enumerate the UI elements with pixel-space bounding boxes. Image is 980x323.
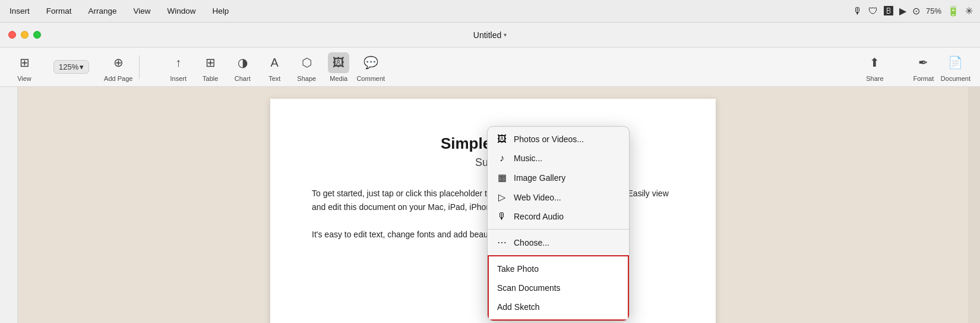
menu-bar-right: 🎙 🛡 🅱 ▶ ⊙ 75% 🔋 ✳ — [853, 5, 973, 17]
app-window: Untitled ▾ ⊞ View 125% ▾ ⊕ Add Page — [0, 23, 980, 323]
toolbar-format[interactable]: ✒ Format — [909, 52, 938, 82]
close-button[interactable] — [8, 31, 16, 39]
menu-item-photos-videos[interactable]: 🖼 Photos or Videos... — [488, 130, 629, 149]
insert-label: Insert — [170, 75, 186, 82]
document-area: Simple Report Subtitle To get started, j… — [18, 87, 968, 323]
main-area: Simple Report Subtitle To get started, j… — [0, 87, 980, 323]
toolbar-view[interactable]: ⊞ View — [10, 52, 39, 82]
comment-icon: 💬 — [363, 55, 378, 70]
menu-item-choose-label: Choose... — [514, 238, 549, 247]
toolbar-share[interactable]: ⬆ Share — [860, 52, 890, 82]
insert-icon: ↑ — [175, 56, 181, 70]
record-audio-icon: 🎙 — [496, 211, 508, 222]
fullscreen-button[interactable] — [33, 31, 41, 39]
image-gallery-icon: ▦ — [496, 172, 508, 183]
toolbar-comment[interactable]: 💬 Comment — [356, 52, 385, 82]
toolbar-text[interactable]: A Text — [260, 52, 289, 82]
view-label: View — [17, 75, 31, 82]
menu-help[interactable]: Help — [210, 5, 232, 17]
document-title[interactable]: Untitled ▾ — [473, 30, 507, 40]
text-label: Text — [268, 75, 280, 82]
document-icon: 📄 — [948, 55, 963, 70]
toolbar-right-group: ⬆ Share ✒ Format 📄 Document — [860, 52, 970, 82]
music-icon: ♪ — [496, 153, 508, 164]
menu-item-web-video-label: Web Video... — [514, 193, 561, 202]
text-icon: A — [271, 56, 279, 70]
photos-icon: 🖼 — [496, 134, 508, 145]
toolbar-chart[interactable]: ◑ Chart — [227, 52, 257, 82]
shield-icon: 🛡 — [868, 6, 878, 17]
menu-arrange[interactable]: Arrange — [86, 5, 119, 17]
media-label: Media — [330, 75, 347, 82]
menu-item-add-sketch[interactable]: Add Sketch — [489, 297, 628, 316]
menu-item-take-photo-label: Take Photo — [497, 264, 539, 274]
menu-item-music-label: Music... — [514, 153, 542, 163]
sidebar-left — [0, 87, 18, 323]
document-title-text: Untitled — [473, 30, 501, 40]
add-page-label: Add Page — [104, 75, 132, 82]
menu-bar: Insert Format Arrange View Window Help 🎙… — [0, 0, 980, 23]
toolbar-left-group: ⊞ View 125% ▾ ⊕ Add Page — [10, 52, 133, 82]
menu-bar-left: Insert Format Arrange View Window Help — [7, 5, 853, 17]
microphone-icon: 🎙 — [853, 6, 862, 17]
share-label: Share — [866, 75, 883, 82]
menu-item-take-photo[interactable]: Take Photo — [489, 259, 628, 278]
toolbar-middle-group: ↑ Insert ⊞ Table ◑ Chart A Text — [163, 52, 385, 82]
menu-item-photos-videos-label: Photos or Videos... — [514, 134, 584, 144]
toolbar-table[interactable]: ⊞ Table — [195, 52, 225, 82]
toolbar-separator-1 — [139, 55, 140, 79]
menu-item-web-video[interactable]: ▷ Web Video... — [488, 187, 629, 207]
battery-icon: 🔋 — [947, 5, 959, 17]
toolbar-add-page[interactable]: ⊕ Add Page — [103, 52, 133, 82]
battery-info: 75% — [926, 7, 941, 15]
dropdown-section-2: ⋯ Choose... — [488, 229, 629, 255]
sidebar-right — [968, 87, 980, 323]
toolbar-document[interactable]: 📄 Document — [941, 52, 970, 82]
traffic-lights — [8, 31, 41, 39]
menu-format[interactable]: Format — [44, 5, 74, 17]
format-icon: ✒ — [918, 55, 928, 70]
menu-item-record-audio-label: Record Audio — [514, 212, 564, 221]
comment-label: Comment — [356, 75, 385, 82]
bluetooth-icon: ✳ — [965, 5, 973, 17]
share-icon: ⬆ — [870, 55, 880, 70]
shape-label: Shape — [297, 75, 316, 82]
add-page-icon: ⊕ — [113, 55, 124, 70]
menu-item-image-gallery-label: Image Gallery — [514, 173, 565, 183]
menu-item-image-gallery[interactable]: ▦ Image Gallery — [488, 168, 629, 187]
zoom-control[interactable]: 125% ▾ — [53, 60, 89, 74]
chart-icon: ◑ — [238, 55, 248, 70]
menu-view[interactable]: View — [131, 5, 153, 17]
zoom-value: 125% — [59, 62, 78, 71]
toolbar-insert[interactable]: ↑ Insert — [163, 52, 193, 82]
menu-insert[interactable]: Insert — [7, 5, 32, 17]
dropdown-section-1: 🖼 Photos or Videos... ♪ Music... ▦ Image… — [488, 127, 629, 229]
bold-icon: 🅱 — [884, 6, 893, 17]
menu-window[interactable]: Window — [165, 5, 198, 17]
minimize-button[interactable] — [21, 31, 29, 39]
choose-icon: ⋯ — [496, 237, 508, 248]
toolbar: ⊞ View 125% ▾ ⊕ Add Page ↑ — [0, 48, 980, 87]
shape-icon: ⬡ — [302, 55, 312, 70]
table-icon: ⊞ — [206, 55, 216, 70]
dropdown-section-highlighted: Take Photo Scan Documents Add Sketch — [488, 255, 629, 321]
menu-item-add-sketch-label: Add Sketch — [497, 302, 540, 312]
play-icon: ▶ — [899, 5, 906, 17]
view-icon: ⊞ — [20, 55, 30, 70]
table-label: Table — [203, 75, 218, 82]
toolbar-shape[interactable]: ⬡ Shape — [292, 52, 321, 82]
zoom-chevron-icon: ▾ — [80, 62, 84, 71]
web-video-icon: ▷ — [496, 192, 508, 203]
menu-item-music[interactable]: ♪ Music... — [488, 149, 629, 168]
title-chevron-icon: ▾ — [504, 32, 507, 38]
menu-item-record-audio[interactable]: 🎙 Record Audio — [488, 207, 629, 226]
media-dropdown-menu: 🖼 Photos or Videos... ♪ Music... ▦ Image… — [487, 126, 630, 321]
toolbar-media[interactable]: 🖼 Media — [324, 52, 353, 82]
circle-icon: ⊙ — [912, 5, 920, 17]
menu-item-scan-documents-label: Scan Documents — [497, 283, 561, 293]
media-icon: 🖼 — [333, 56, 344, 70]
menu-item-scan-documents[interactable]: Scan Documents — [489, 278, 628, 297]
menu-item-choose[interactable]: ⋯ Choose... — [488, 233, 629, 252]
format-label: Format — [913, 75, 934, 82]
title-bar: Untitled ▾ — [0, 23, 980, 48]
